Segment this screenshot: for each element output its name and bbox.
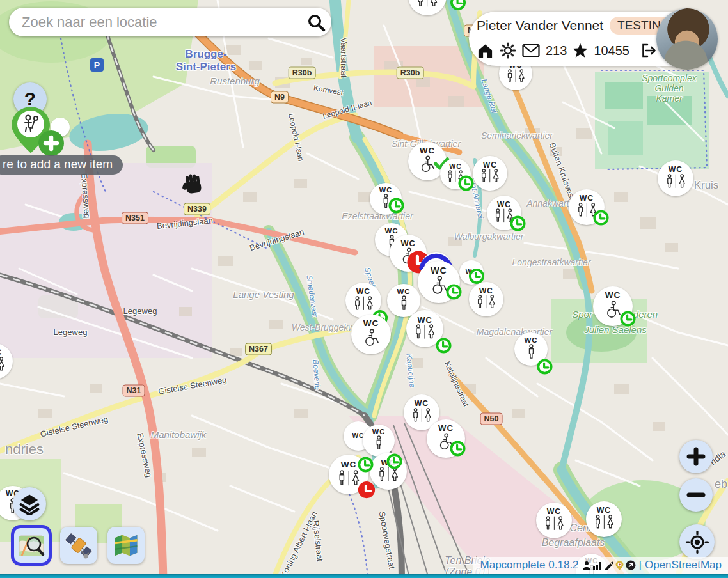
background-option-map[interactable] [107, 527, 145, 564]
satellite-icon [65, 531, 93, 559]
toilet-marker[interactable]: WC [593, 286, 633, 326]
mf-pictogram [0, 357, 6, 374]
toilet-marker[interactable]: WC [370, 183, 402, 215]
wc-label: WC [384, 227, 398, 235]
bottom-accent-strip [0, 574, 728, 578]
search-icon [306, 13, 326, 32]
toilet-marker[interactable]: WC [536, 503, 572, 538]
mf-pictogram [413, 324, 436, 341]
wc-label: WC [356, 288, 371, 296]
attribution-separator: | [639, 559, 642, 572]
attribution-bar: Mapcomplete 0.18.2 [473, 557, 728, 574]
add-new-item-pin[interactable] [10, 106, 81, 165]
toilet-marker[interactable]: WC [351, 315, 391, 354]
home-button[interactable] [477, 42, 494, 59]
wc-label: WC [379, 187, 392, 194]
opening-hours-badge [536, 358, 553, 378]
mf-pictogram [411, 408, 433, 425]
opening-hours-badge [509, 215, 526, 235]
toilet-marker[interactable]: WC [418, 261, 460, 303]
user-name: Pieter Vander Vennet [477, 18, 603, 33]
toilet-marker[interactable]: WC [658, 160, 693, 196]
wc-label: WC [483, 161, 497, 169]
add-plus-button[interactable] [38, 130, 64, 156]
wc-label: WC [479, 287, 493, 295]
background-option-satellite[interactable] [60, 527, 97, 564]
opening-hours-badge [450, 0, 467, 14]
messages-count: 213 [546, 43, 567, 58]
logout-button[interactable] [639, 42, 657, 59]
toilet-marker[interactable]: WC [473, 156, 507, 191]
user-avatar[interactable] [656, 8, 718, 70]
plus-icon [43, 135, 59, 152]
statistics-icon[interactable] [592, 561, 603, 570]
layers-button[interactable] [13, 487, 46, 520]
wc-label: WC [597, 506, 612, 515]
wc-label: WC [497, 201, 511, 208]
toilet-marker[interactable]: WC [406, 310, 443, 347]
mf-pictogram [475, 295, 496, 311]
toilet-marker[interactable]: WC [586, 501, 622, 537]
wc-label: WC [400, 239, 415, 247]
toilet-marker[interactable]: WC [408, 0, 447, 15]
mf-pictogram [665, 174, 687, 191]
toilet-marker[interactable]: WC [487, 196, 521, 230]
wc-label: WC [397, 288, 410, 295]
wc-label: WC [438, 424, 454, 433]
background-option-osm-carto[interactable] [13, 527, 50, 564]
opening-hours-badge [592, 209, 610, 229]
layers-icon [18, 492, 41, 515]
wc-label: WC [524, 336, 537, 344]
openstreetmap-link[interactable]: OpenStreetMap [645, 559, 722, 572]
star-icon [573, 43, 588, 58]
wc-label: WC [580, 194, 594, 203]
opening-hours-badge [388, 197, 405, 217]
folded-map-icon [113, 533, 139, 558]
zoom-out-button[interactable] [679, 478, 713, 512]
toilet-marker[interactable]: WC [427, 419, 465, 458]
toilet-marker[interactable]: WC [363, 425, 395, 457]
edit-pencil-icon[interactable] [604, 561, 613, 570]
attribution-app-version: Mapcomplete 0.18.2 [480, 559, 579, 572]
opening-hours-badge [457, 175, 475, 194]
background-chooser [13, 527, 145, 564]
preset-circle [17, 111, 44, 137]
opening-hours-badge [449, 440, 466, 460]
toilet-marker[interactable]: WC [469, 282, 503, 316]
toilet-marker[interactable]: WC [0, 343, 13, 379]
crosshair-icon [685, 530, 709, 554]
mf-pictogram [505, 69, 526, 85]
wc-label: WC [0, 348, 2, 357]
dark-circle-icon[interactable] [626, 560, 636, 570]
mf-pictogram [543, 516, 566, 533]
geolocate-button[interactable] [679, 524, 715, 559]
osm-map-icon [18, 533, 45, 558]
messages-button[interactable] [522, 43, 540, 58]
opening-hours-badge [357, 456, 374, 476]
mf-pictogram [415, 0, 439, 10]
opening-hours-badge [445, 283, 463, 303]
home-icon [477, 42, 494, 59]
toilet-marker[interactable]: WC [514, 332, 548, 366]
wc-label: WC [417, 316, 432, 324]
gear-icon [500, 42, 516, 59]
settings-button[interactable] [500, 42, 516, 59]
wheelchair-pictogram [361, 329, 381, 350]
mapcomplete-logo-icon[interactable] [615, 561, 624, 570]
toilet-marker[interactable]: WC [569, 189, 605, 225]
single-pictogram [375, 435, 383, 453]
single-pictogram [400, 295, 408, 313]
zoom-in-button[interactable] [679, 440, 713, 473]
stars-count: 10455 [594, 43, 629, 58]
search-input[interactable] [9, 14, 301, 31]
wc-label: WC [372, 428, 385, 436]
wc-label: WC [669, 166, 683, 174]
location-search-bar[interactable] [9, 8, 331, 36]
wc-label: WC [420, 146, 435, 155]
search-button[interactable] [301, 8, 331, 36]
toilet-marker[interactable]: WC [440, 159, 471, 189]
wc-label: WC [449, 163, 462, 170]
contributors-icon[interactable] [582, 561, 591, 570]
single-pictogram [527, 344, 535, 362]
toilet-preset-icon [17, 111, 44, 137]
